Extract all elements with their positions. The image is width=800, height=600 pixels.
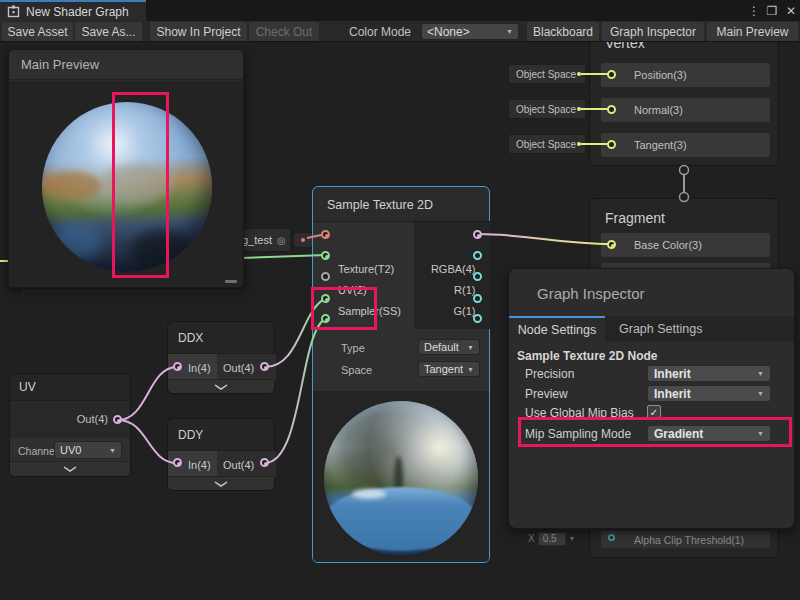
chevron-down-icon [214, 384, 228, 390]
rgba4-port[interactable] [473, 230, 482, 239]
type-dropdown[interactable]: Default▼ [418, 339, 480, 355]
uv-body: Out(4) [10, 400, 130, 438]
space-dropdown[interactable]: Tangent▼ [418, 361, 480, 377]
preview-dropdown[interactable]: Inherit▼ [647, 385, 771, 402]
ddy-collapse-button[interactable] [168, 476, 274, 490]
tab-graph-settings[interactable]: Graph Settings [619, 316, 702, 342]
property-name: g_test [242, 234, 272, 246]
ddy-node[interactable]: DDY In(4) Out(4) [167, 418, 275, 491]
alpha-clip-default-badge[interactable]: X 0.5 ▼ [528, 530, 592, 547]
toolbar: Save Asset Save As... Show In Project Ch… [0, 21, 800, 42]
fragment-node-title: Fragment [605, 210, 665, 226]
ddy-in-label: In(4) [188, 459, 211, 471]
object-space-badge-tangent[interactable]: Object Space [508, 134, 586, 154]
uv-out-label: Out(4) [77, 413, 108, 425]
vertex-row-position: Position(3) [601, 63, 770, 87]
blackboard-toggle-button[interactable]: Blackboard [527, 22, 599, 41]
badge-port-dot [577, 72, 581, 76]
sample-node-title: Sample Texture 2D [327, 198, 433, 212]
ddy-out-port[interactable] [260, 458, 269, 467]
panel-shadow-strip [22, 289, 238, 296]
alpha-clip-port[interactable] [608, 534, 615, 541]
object-space-badge-normal[interactable]: Object Space [508, 99, 586, 119]
uv-channel-row: Channe UV0▼ [10, 438, 130, 463]
sampler-ss-port[interactable] [321, 272, 330, 281]
vertex-node-title: Vertex [605, 42, 645, 51]
texture-t2-port[interactable] [321, 230, 330, 239]
space-label: Space [341, 364, 372, 376]
main-preview-header[interactable]: Main Preview [9, 50, 243, 80]
close-icon[interactable]: ✕ [783, 0, 799, 21]
alpha-value-field[interactable]: 0.5 [538, 532, 566, 546]
graph-inspector-toggle-button[interactable]: Graph Inspector [602, 22, 704, 41]
ddy-in-port[interactable] [173, 458, 182, 467]
uv-channel-label: Channe [18, 445, 55, 457]
sample-preview-area [313, 391, 489, 562]
color-mode-dropdown[interactable]: <None>▼ [421, 23, 519, 40]
uv-out-port[interactable] [113, 415, 122, 424]
ddx-out-port[interactable] [260, 362, 269, 371]
object-space-badge-position[interactable]: Object Space [508, 64, 586, 84]
tab-node-settings[interactable]: Node Settings [509, 316, 605, 342]
chevron-down-icon: ▼ [569, 535, 576, 542]
b1-port[interactable] [473, 294, 482, 303]
pool-highlight [352, 489, 386, 499]
main-preview-toggle-button[interactable]: Main Preview [707, 22, 798, 41]
annotation-highlight-ddx-ddy [311, 287, 377, 330]
check-out-button[interactable]: Check Out [249, 22, 319, 41]
kebab-menu-icon[interactable]: ⋮ [746, 0, 762, 21]
uv2-port[interactable] [321, 251, 330, 260]
fragment-row-basecolor: Base Color(3) [601, 233, 770, 257]
chevron-down-icon: ▼ [506, 28, 513, 35]
chevron-down-icon [214, 481, 228, 487]
sample-options-panel: Type Default▼ Space Tangent▼ [313, 329, 489, 391]
ddx-collapse-button[interactable] [168, 379, 274, 393]
tangent-port[interactable] [607, 140, 616, 149]
vertex-row-normal: Normal(3) [601, 98, 770, 122]
uv-channel-dropdown[interactable]: UV0▼ [54, 441, 122, 459]
chevron-down-icon: ▼ [757, 390, 764, 397]
check-icon: ✓ [650, 407, 658, 418]
chevron-down-icon: ▼ [109, 447, 116, 454]
save-as-button[interactable]: Save As... [75, 22, 142, 41]
annotation-highlight-mip-mode [518, 417, 792, 447]
rgba-output-label: RGBA(4) [431, 263, 476, 275]
graph-inspector-panel[interactable]: Graph Inspector Node Settings Graph Sett… [508, 268, 795, 529]
shader-graph-icon [7, 5, 20, 18]
uv-collapse-button[interactable] [10, 461, 130, 476]
preview-toggle-icon[interactable]: ◎ [277, 235, 286, 246]
sample-texture-2d-node[interactable]: Sample Texture 2D Texture(T2) UV(2) Samp… [312, 186, 490, 563]
tab-new-shader-graph[interactable]: New Shader Graph [0, 0, 146, 21]
chevron-down-icon [63, 466, 77, 472]
r1-port[interactable] [473, 251, 482, 260]
ddx-node[interactable]: DDX In(4) Out(4) [167, 321, 275, 394]
uv-node-title: UV [19, 380, 36, 394]
gtest-output-stub[interactable] [293, 232, 313, 248]
chevron-down-icon: ▼ [757, 370, 764, 377]
a1-port[interactable] [473, 314, 482, 323]
normal-port[interactable] [607, 105, 616, 114]
fragment-row-alphaclip: Alpha Clip Threshold(1) [601, 531, 770, 548]
gtest-port-dot [301, 238, 305, 242]
save-asset-button[interactable]: Save Asset [2, 22, 73, 41]
position-port[interactable] [607, 70, 616, 79]
show-in-project-button[interactable]: Show In Project [150, 22, 247, 41]
ddx-in-label: In(4) [188, 362, 211, 374]
main-preview-title: Main Preview [21, 57, 99, 72]
g1-port[interactable] [473, 272, 482, 281]
vertex-node[interactable]: Vertex Position(3) Normal(3) Tangent(3) [589, 42, 779, 166]
ddy-out-label: Out(4) [223, 459, 254, 471]
badge-port-dot [577, 107, 581, 111]
maximize-icon[interactable]: ❐ [764, 0, 780, 21]
base-color-port[interactable] [607, 240, 616, 249]
inspector-section-header: Sample Texture 2D Node [517, 349, 657, 363]
uv-node[interactable]: UV Out(4) Channe UV0▼ [9, 373, 131, 477]
type-label: Type [341, 342, 365, 354]
color-mode-label: Color Mode [349, 22, 411, 41]
graph-canvas[interactable]: Vertex Position(3) Normal(3) Tangent(3) … [0, 42, 800, 600]
ddx-out-label: Out(4) [223, 362, 254, 374]
sample-node-preview-sphere [324, 401, 478, 555]
precision-dropdown[interactable]: Inherit▼ [647, 365, 771, 382]
ddx-in-port[interactable] [173, 362, 182, 371]
resize-grip[interactable] [225, 280, 237, 283]
